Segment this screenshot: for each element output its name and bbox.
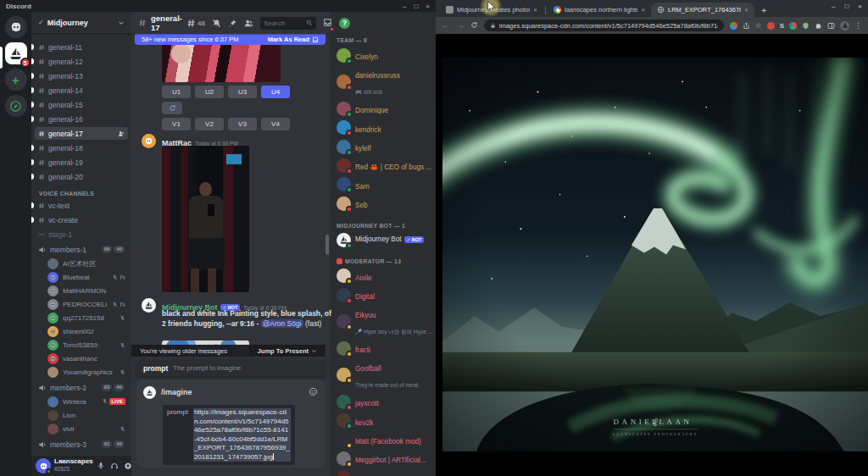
member-row[interactable]: Aixile xyxy=(336,267,430,285)
explore-servers-button[interactable] xyxy=(5,95,27,117)
voice-member[interactable]: Tonci53859 xyxy=(35,338,128,351)
channel-vc-create[interactable]: vc-create xyxy=(35,213,128,226)
midjourney-image-grid-crop[interactable] xyxy=(162,42,281,82)
variation-button-v4[interactable]: V4 xyxy=(261,118,290,130)
emoji-picker-button[interactable] xyxy=(309,385,318,400)
message-input[interactable]: /imagine prompt https://images.squarespa… xyxy=(136,379,325,468)
tab-close-icon[interactable]: × xyxy=(533,6,537,14)
jump-to-present-button[interactable]: Jump To Present xyxy=(258,347,317,355)
server-header[interactable]: ✓ Midjourney xyxy=(31,12,131,34)
member-row[interactable]: kylelf xyxy=(336,137,430,156)
pinned-messages-icon[interactable] xyxy=(228,19,237,28)
inbox-icon[interactable] xyxy=(323,18,332,27)
member-row[interactable]: Sam xyxy=(336,175,430,194)
forward-button[interactable]: → xyxy=(456,21,465,30)
channel-vc-text[interactable]: vc-text xyxy=(35,199,128,212)
browser-minimize-button[interactable]: – xyxy=(832,3,835,10)
autocomplete-option[interactable]: prompt xyxy=(143,364,168,373)
extension-shield-icon[interactable] xyxy=(802,22,810,30)
voice-member[interactable]: Youandigraphics xyxy=(35,365,128,379)
channel-general-12[interactable]: general-12 xyxy=(35,55,128,68)
aurora-photo[interactable]: DANIEL ℓ LAAN LAANSCAPES PHOTOGRAPHY xyxy=(442,58,868,451)
extensions-puzzle-icon[interactable] xyxy=(815,22,822,30)
member-row[interactable]: Cixelyn xyxy=(336,46,430,64)
user-mention[interactable]: @Aron Sögi xyxy=(261,319,303,328)
message-attachment-photo[interactable] xyxy=(162,146,249,292)
discord-minimize-button[interactable]: – xyxy=(403,3,406,10)
channel-general-20[interactable]: general-20 xyxy=(35,170,128,183)
member-row[interactable]: Red 🦀 | CEO of bugs ... xyxy=(336,156,430,174)
profile-avatar[interactable] xyxy=(840,21,849,30)
share-icon[interactable] xyxy=(743,22,750,30)
notifications-muted-icon[interactable] xyxy=(212,19,221,28)
user-avatar[interactable] xyxy=(36,458,51,473)
address-bar[interactable]: images.squarespace-cdn.com/content/v1/5c… xyxy=(484,19,724,31)
variation-button-v1[interactable]: V1 xyxy=(162,118,191,130)
upscale-button-u4-selected[interactable]: U4 xyxy=(261,86,290,98)
tab-google-search[interactable]: laanscapes northern lights - Goo...× xyxy=(548,3,651,17)
variation-button-v2[interactable]: V2 xyxy=(195,118,224,130)
invite-members-icon[interactable] xyxy=(118,130,125,137)
channel-general-17-selected[interactable]: general-17 xyxy=(35,127,128,140)
extension-icon-rgb[interactable] xyxy=(789,22,797,30)
param-value[interactable]: https://images.squarespace-cdn.com/conte… xyxy=(193,408,291,462)
discord-maximize-button[interactable]: □ xyxy=(414,3,418,10)
member-row[interactable]: danielrussruss🎮 still sick xyxy=(336,64,430,99)
member-row[interactable]: Matt (Facebook mod) xyxy=(336,430,430,449)
member-row[interactable]: Eikyuu🎤 Hype boy 너만 원해 Hype ... xyxy=(336,304,430,339)
voice-room-members-3[interactable]: members-30140 xyxy=(35,438,128,451)
voice-room-members-2[interactable]: members-20340 xyxy=(35,381,128,394)
voice-member[interactable]: vasanthanc xyxy=(35,351,128,365)
side-panel-icon[interactable] xyxy=(827,22,835,30)
member-row-midjourney-bot[interactable]: Midjourney Bot✓ BOT xyxy=(336,231,430,249)
member-row[interactable]: Meggirbot | ARTificial... xyxy=(336,449,430,468)
slash-command-autocomplete[interactable]: prompt The prompt to imagine xyxy=(136,360,325,376)
channel-general-14[interactable]: general-14 xyxy=(35,84,128,97)
bot-group-header[interactable]: MIDJOURNEY BOT — 1 xyxy=(337,223,429,229)
mic-icon[interactable] xyxy=(97,462,105,470)
chat-scrollbar-thumb[interactable] xyxy=(326,235,329,255)
browser-menu-icon[interactable]: ⋮ xyxy=(854,21,862,30)
threads-button[interactable]: 48 xyxy=(186,19,205,28)
avatar[interactable] xyxy=(142,134,156,148)
bookmark-star-icon[interactable]: ☆ xyxy=(755,21,762,30)
member-row[interactable]: kev2k xyxy=(336,412,430,430)
channel-stage-1[interactable]: stage-1 xyxy=(35,228,128,241)
voice-member[interactable]: Lion xyxy=(35,408,128,422)
member-row[interactable]: ramblingrhubarb xyxy=(336,468,430,476)
upscale-button-u3[interactable]: U3 xyxy=(228,86,257,98)
channel-general-15[interactable]: general-15 xyxy=(35,98,128,111)
voice-member[interactable]: PEDROCOELHO... xyxy=(35,297,128,311)
member-list-icon[interactable] xyxy=(244,19,253,28)
reload-button[interactable] xyxy=(470,21,478,30)
moderator-group-header[interactable]: MODERATOR — 13 xyxy=(337,258,429,264)
server-icon-midjourney[interactable]: 5 xyxy=(5,42,27,64)
member-row[interactable]: fracti xyxy=(336,339,430,357)
reroll-button[interactable] xyxy=(162,102,182,114)
member-row[interactable]: Dominique xyxy=(336,99,430,118)
browser-maximize-button[interactable]: □ xyxy=(844,3,849,10)
channel-general-19[interactable]: general-19 xyxy=(35,156,128,169)
channel-general-13[interactable]: general-13 xyxy=(35,69,128,82)
upscale-button-u2[interactable]: U2 xyxy=(195,86,224,98)
member-row[interactable]: Seb xyxy=(336,194,430,213)
member-row[interactable]: Digital xyxy=(336,285,430,304)
search-input[interactable] xyxy=(264,19,306,27)
member-row[interactable]: jayscott xyxy=(336,392,430,411)
channel-general-16[interactable]: general-16 xyxy=(35,113,128,125)
new-messages-banner[interactable]: 58+ new messages since 6:37 PM Mark As R… xyxy=(135,34,326,45)
tab-close-icon[interactable]: × xyxy=(744,6,748,14)
voice-member[interactable]: qq271725158 xyxy=(35,311,128,324)
member-row[interactable]: kendrick xyxy=(336,119,430,137)
channel-general-11[interactable]: general-11 xyxy=(35,41,128,53)
variation-button-v3[interactable]: V3 xyxy=(228,118,257,130)
channel-general-18[interactable]: general-18 xyxy=(35,141,128,154)
upscale-button-u1[interactable]: U1 xyxy=(162,86,191,98)
extension-icon[interactable] xyxy=(730,22,737,30)
tab-close-icon[interactable]: × xyxy=(641,6,645,14)
voice-member[interactable]: Bluebeat xyxy=(35,270,128,284)
mark-as-read-button[interactable]: Mark As Read xyxy=(268,36,319,43)
search-box[interactable] xyxy=(260,17,316,30)
extension-icon-red[interactable] xyxy=(767,22,775,30)
voice-member[interactable]: vivii xyxy=(35,422,128,435)
